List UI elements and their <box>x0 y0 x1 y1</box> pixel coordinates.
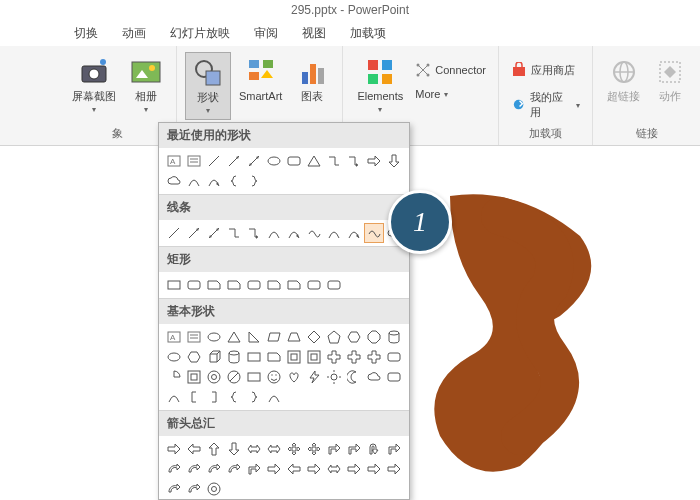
shape-brace[interactable] <box>225 172 243 190</box>
shape-rArrow[interactable] <box>305 460 323 478</box>
shape-rrect[interactable] <box>185 276 203 294</box>
shape-textbox[interactable]: A <box>165 328 183 346</box>
tab-slideshow[interactable]: 幻灯片放映 <box>168 21 232 46</box>
shape-elbow[interactable] <box>225 224 243 242</box>
shape-textbox2[interactable] <box>185 152 203 170</box>
shape-elbow[interactable] <box>325 152 343 170</box>
shape-lineA[interactable] <box>225 152 243 170</box>
connector-button[interactable]: Connector <box>411 60 490 80</box>
shape-textbox2[interactable] <box>185 328 203 346</box>
shape-bentA[interactable] <box>245 460 263 478</box>
shape-rect[interactable] <box>165 276 183 294</box>
shape-oval[interactable] <box>265 152 283 170</box>
shape-sun[interactable] <box>325 368 343 386</box>
shape-curveR[interactable] <box>185 480 203 498</box>
screenshot-button[interactable]: 屏幕截图 ▾ <box>66 52 122 118</box>
shape-bentA[interactable] <box>325 440 343 458</box>
shape-rcut[interactable] <box>265 276 283 294</box>
shape-rArrow[interactable] <box>385 460 403 478</box>
shape-curve[interactable] <box>325 224 343 242</box>
shape-bentA[interactable] <box>385 440 403 458</box>
shape-dArrow[interactable] <box>385 152 403 170</box>
shape-hex[interactable] <box>345 328 363 346</box>
shape-smiley[interactable] <box>265 368 283 386</box>
shape-curveR[interactable] <box>165 460 183 478</box>
shape-line[interactable] <box>205 152 223 170</box>
shape-curve[interactable] <box>265 224 283 242</box>
shape-bArrow[interactable] <box>325 460 343 478</box>
shape-bArrow[interactable] <box>265 440 283 458</box>
tab-view[interactable]: 视图 <box>300 21 328 46</box>
shape-rArrow[interactable] <box>345 460 363 478</box>
shape-lineA[interactable] <box>185 224 203 242</box>
shape-lineAA[interactable] <box>205 224 223 242</box>
shape-rcut[interactable] <box>225 276 243 294</box>
shape-rrect[interactable] <box>305 276 323 294</box>
shape-oval[interactable] <box>165 348 183 366</box>
shape-rtri[interactable] <box>245 328 263 346</box>
shape-cloud[interactable] <box>365 368 383 386</box>
shape-frame[interactable] <box>185 368 203 386</box>
shape-plus[interactable] <box>325 348 343 366</box>
shape-para[interactable] <box>265 328 283 346</box>
shape-bentA[interactable] <box>345 440 363 458</box>
shape-rcut[interactable] <box>205 276 223 294</box>
shape-pent[interactable] <box>325 328 343 346</box>
shape-curveA[interactable] <box>285 224 303 242</box>
shape-lArrow[interactable] <box>185 440 203 458</box>
shape-lArrow[interactable] <box>285 460 303 478</box>
shape-curveR[interactable] <box>205 460 223 478</box>
shape-rrect[interactable] <box>285 152 303 170</box>
shape-lineAA[interactable] <box>245 152 263 170</box>
shape-brace2[interactable] <box>245 172 263 190</box>
hyperlink-button[interactable]: 超链接 <box>601 52 646 107</box>
shape-quadA[interactable] <box>305 440 323 458</box>
shape-textbox[interactable]: A <box>165 152 183 170</box>
shape-trap[interactable] <box>285 328 303 346</box>
shape-plus[interactable] <box>365 348 383 366</box>
shape-moon[interactable] <box>345 368 363 386</box>
shape-rrect[interactable] <box>245 276 263 294</box>
shape-frame[interactable] <box>285 348 303 366</box>
action-button[interactable]: 动作 <box>648 52 692 107</box>
shape-rrect[interactable] <box>385 348 403 366</box>
shape-curve[interactable] <box>185 172 203 190</box>
shape-cyl[interactable] <box>225 348 243 366</box>
shape-plus[interactable] <box>345 348 363 366</box>
shape-rArrow[interactable] <box>165 440 183 458</box>
shape-freeform[interactable] <box>305 224 323 242</box>
shape-rArrow[interactable] <box>365 460 383 478</box>
shape-hex[interactable] <box>185 348 203 366</box>
shape-dArrow[interactable] <box>225 440 243 458</box>
shape-donut[interactable] <box>205 480 223 498</box>
shape-frame[interactable] <box>305 348 323 366</box>
shape-diamond[interactable] <box>305 328 323 346</box>
shape-brace2[interactable] <box>245 388 263 406</box>
shape-rcut[interactable] <box>285 276 303 294</box>
shape-noentry[interactable] <box>225 368 243 386</box>
tab-review[interactable]: 审阅 <box>252 21 280 46</box>
shape-curveR[interactable] <box>225 460 243 478</box>
shape-elbowA[interactable] <box>245 224 263 242</box>
shape-cloud[interactable] <box>165 172 183 190</box>
shape-curve[interactable] <box>165 388 183 406</box>
shape-rbrack[interactable] <box>205 388 223 406</box>
shape-bolt[interactable] <box>305 368 323 386</box>
tab-addins[interactable]: 加载项 <box>348 21 388 46</box>
shape-rrect[interactable] <box>325 276 343 294</box>
shapes-button[interactable]: 形状 ▾ <box>185 52 231 120</box>
shape-rcut[interactable] <box>265 348 283 366</box>
shape-cube[interactable] <box>205 348 223 366</box>
shape-curveA[interactable] <box>345 224 363 242</box>
tab-animations[interactable]: 动画 <box>120 21 148 46</box>
more-button[interactable]: More ▾ <box>411 86 490 102</box>
shape-lbrack[interactable] <box>185 388 203 406</box>
chart-button[interactable]: 图表 <box>290 52 334 107</box>
shape-brace[interactable] <box>225 388 243 406</box>
shape-uArrow[interactable] <box>205 440 223 458</box>
shape-oct[interactable] <box>365 328 383 346</box>
shape-donut[interactable] <box>205 368 223 386</box>
shape-freeform[interactable] <box>365 224 383 242</box>
shape-rArrow[interactable] <box>365 152 383 170</box>
smartart-button[interactable]: SmartArt <box>233 52 288 107</box>
